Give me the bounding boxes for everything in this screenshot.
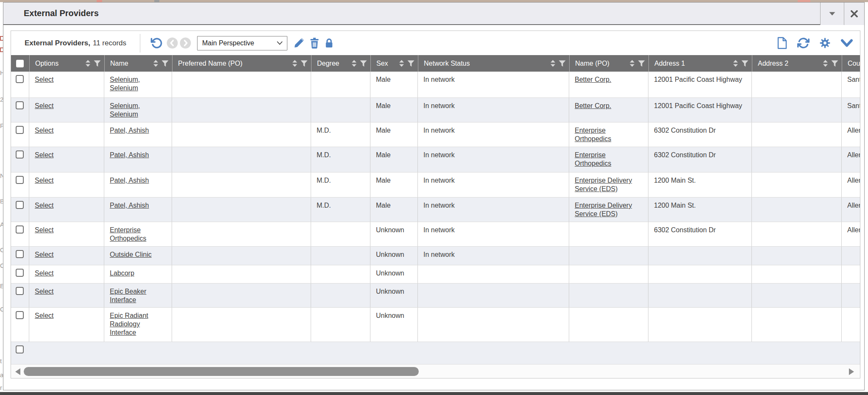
organization-link[interactable]: Enterprise Delivery Service (EDS) xyxy=(575,177,632,192)
select-link[interactable]: Select xyxy=(35,226,53,234)
filter-funnel-icon[interactable] xyxy=(360,60,367,67)
county-cell: Aller xyxy=(842,172,860,197)
select-link[interactable]: Select xyxy=(35,177,53,184)
organization-link[interactable]: Better Corp. xyxy=(575,76,611,83)
horizontal-scrollbar[interactable] xyxy=(11,364,860,378)
sort-icon[interactable] xyxy=(823,60,828,67)
refresh-button[interactable] xyxy=(797,37,810,49)
row-checkbox[interactable] xyxy=(16,176,24,184)
edit-perspective-button[interactable] xyxy=(293,37,305,49)
column-header-preferred-name-po-[interactable]: Preferred Name (PO) xyxy=(172,55,311,72)
expand-options-button[interactable] xyxy=(840,39,853,48)
filter-funnel-icon[interactable] xyxy=(638,60,645,67)
select-link[interactable]: Select xyxy=(35,127,53,134)
column-header-name-po-[interactable]: Name (PO) xyxy=(569,55,648,72)
row-checkbox[interactable] xyxy=(16,150,24,159)
filter-funnel-icon[interactable] xyxy=(300,60,308,67)
row-checkbox[interactable] xyxy=(16,269,24,277)
filter-funnel-icon[interactable] xyxy=(161,60,169,67)
address2-cell xyxy=(752,72,842,97)
filter-funnel-icon[interactable] xyxy=(559,60,566,67)
close-dialog-button[interactable] xyxy=(844,3,864,25)
options-cell: Select xyxy=(29,265,104,283)
column-header-address-2[interactable]: Address 2 xyxy=(752,55,842,72)
column-header-cou[interactable]: Cou xyxy=(842,55,860,72)
provider-name-link[interactable]: Selenium, Selenium xyxy=(110,102,140,118)
provider-name-link[interactable]: Labcorp xyxy=(110,270,134,277)
sort-icon[interactable] xyxy=(85,60,91,67)
filter-funnel-icon[interactable] xyxy=(741,60,748,67)
new-record-button[interactable] xyxy=(776,37,788,49)
select-link[interactable]: Select xyxy=(35,270,53,277)
provider-name-link[interactable]: Outside Clinic xyxy=(110,251,152,258)
scroll-left-arrow[interactable] xyxy=(15,368,20,375)
select-link[interactable]: Select xyxy=(35,312,53,319)
column-header-address-1[interactable]: Address 1 xyxy=(648,55,752,72)
filter-funnel-icon[interactable] xyxy=(407,60,415,67)
previous-button[interactable] xyxy=(167,37,178,49)
provider-name-link[interactable]: Epic Beaker Interface xyxy=(110,288,146,303)
row-checkbox[interactable] xyxy=(16,126,24,134)
provider-name-link[interactable]: Patel, Ashish xyxy=(110,127,149,134)
scrollbar-thumb[interactable] xyxy=(24,367,419,376)
column-header-options[interactable]: Options xyxy=(29,55,104,72)
filter-funnel-icon[interactable] xyxy=(831,60,838,67)
row-checkbox[interactable] xyxy=(16,311,24,319)
preferred-name-cell xyxy=(172,172,311,197)
organization-link[interactable]: Enterprise Delivery Service (EDS) xyxy=(575,202,632,217)
delete-perspective-button[interactable] xyxy=(309,37,320,49)
lock-perspective-button[interactable] xyxy=(324,37,334,49)
organization-link[interactable]: Enterprise Orthopedics xyxy=(575,127,611,142)
table-row: Select Labcorp Unknown xyxy=(11,265,860,284)
row-checkbox[interactable] xyxy=(16,101,24,109)
options-cell: Select xyxy=(29,222,104,246)
select-all-checkbox[interactable] xyxy=(16,60,24,67)
column-header-network-status[interactable]: Network Status xyxy=(418,55,569,72)
provider-name-link[interactable]: Enterprise Orthopedics xyxy=(110,226,146,242)
sort-icon[interactable] xyxy=(399,60,404,67)
sex-cell: Male xyxy=(370,198,418,222)
column-header-name[interactable]: Name xyxy=(104,55,172,72)
select-link[interactable]: Select xyxy=(35,288,53,295)
organization-link[interactable]: Enterprise Orthopedics xyxy=(575,151,611,167)
row-checkbox[interactable] xyxy=(16,225,24,234)
select-link[interactable]: Select xyxy=(35,76,53,83)
organization-link[interactable]: Better Corp. xyxy=(575,102,611,109)
provider-name-link[interactable]: Patel, Ashish xyxy=(110,151,149,159)
provider-name-link[interactable]: Selenium, Selenium xyxy=(110,76,140,92)
sort-icon[interactable] xyxy=(292,60,298,67)
scroll-right-arrow[interactable] xyxy=(849,368,854,375)
undo-button[interactable] xyxy=(150,37,163,49)
column-header-degree[interactable]: Degree xyxy=(311,55,370,72)
settings-button[interactable] xyxy=(819,37,831,49)
row-checkbox[interactable] xyxy=(16,287,24,295)
next-button[interactable] xyxy=(180,37,191,49)
row-checkbox-cell xyxy=(11,122,29,147)
network-status-cell xyxy=(418,284,569,307)
row-checkbox[interactable] xyxy=(16,201,24,209)
provider-name-link[interactable]: Patel, Ashish xyxy=(110,177,149,184)
column-header-sex[interactable]: Sex xyxy=(370,55,418,72)
select-link[interactable]: Select xyxy=(35,151,53,159)
select-all-header-cell[interactable] xyxy=(11,55,29,72)
sort-icon[interactable] xyxy=(351,60,357,67)
sort-icon[interactable] xyxy=(629,60,635,67)
select-link[interactable]: Select xyxy=(35,202,53,209)
degree-cell xyxy=(311,72,370,97)
provider-name-link[interactable]: Patel, Ashish xyxy=(110,202,149,209)
network-status-text: In network xyxy=(423,127,455,134)
address1-cell: 6302 Constitution Dr xyxy=(648,147,752,172)
select-link[interactable]: Select xyxy=(35,251,53,258)
provider-name-link[interactable]: Epic Radiant Radiology Interface xyxy=(110,312,148,336)
collapse-dialog-button[interactable] xyxy=(820,3,844,25)
select-link[interactable]: Select xyxy=(35,102,53,109)
row-checkbox[interactable] xyxy=(16,75,24,83)
perspective-select[interactable]: Main Perspective xyxy=(197,36,287,50)
degree-cell: M.D. xyxy=(311,147,370,172)
filter-funnel-icon[interactable] xyxy=(94,60,101,67)
sort-icon[interactable] xyxy=(550,60,556,67)
row-checkbox[interactable] xyxy=(16,345,24,353)
row-checkbox[interactable] xyxy=(16,250,24,258)
sort-icon[interactable] xyxy=(153,60,159,67)
sort-icon[interactable] xyxy=(733,60,738,67)
